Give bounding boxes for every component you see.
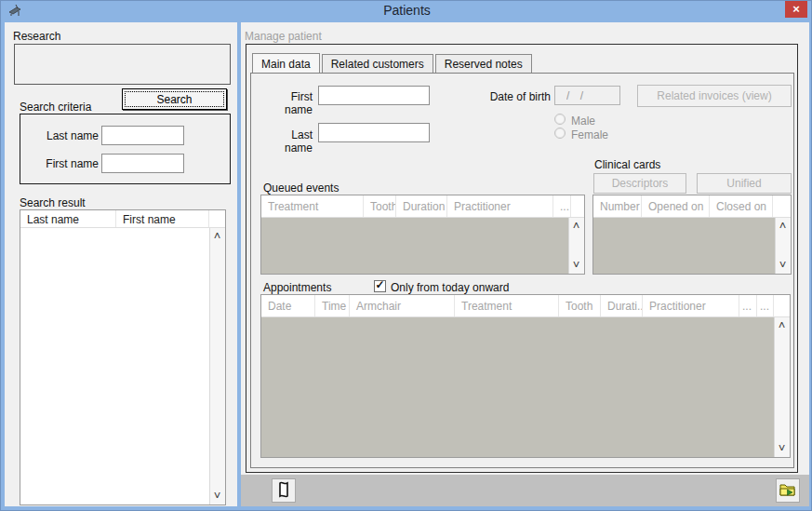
research-panel: Research Search Search criteria Last nam… <box>5 22 237 506</box>
queued-events-title: Queued events <box>263 182 339 195</box>
patients-window: Patients × Research Search Search criter… <box>0 0 812 511</box>
close-icon: × <box>792 2 800 16</box>
column-closed-on[interactable]: Closed on <box>710 195 773 217</box>
column-more-1[interactable]: ... <box>739 295 757 316</box>
manage-patient-panel: Manage patient Main data Related custome… <box>241 22 809 506</box>
column-more-2[interactable]: ... <box>757 295 774 316</box>
patient-first-name-input[interactable] <box>318 86 430 105</box>
tab-main-data[interactable]: Main data <box>252 53 320 73</box>
column-duration[interactable]: Duration <box>396 195 447 217</box>
male-label: Male <box>571 114 595 128</box>
column-last-name[interactable]: Last name <box>20 210 116 227</box>
tab-reserved-notes[interactable]: Reserved notes <box>435 54 532 73</box>
related-invoices-button[interactable]: Related invoices (view) <box>637 85 792 107</box>
search-button[interactable]: Search <box>122 88 227 110</box>
column-treatment[interactable]: Treatment <box>455 295 559 316</box>
descriptors-button[interactable]: Descriptors <box>593 173 686 194</box>
tab-bar: Main data Related customers Reserved not… <box>252 54 532 73</box>
column-armchair[interactable]: Armchair <box>350 295 455 316</box>
patient-first-name-label: First name <box>263 90 313 116</box>
column-duration[interactable]: Durati... <box>601 295 643 316</box>
column-tooth[interactable]: Tooth <box>364 195 396 217</box>
scroll-up-icon[interactable]: ˄ <box>775 319 789 332</box>
scroll-document-icon <box>276 480 291 502</box>
open-folder-button[interactable] <box>776 478 800 503</box>
scroll-up-icon[interactable]: ˄ <box>569 220 583 233</box>
female-label: Female <box>571 128 608 141</box>
queued-events-header: Treatment Tooth Duration Practitioner ..… <box>261 195 584 218</box>
column-practitioner[interactable]: Practitioner <box>643 295 739 316</box>
column-filler <box>774 295 790 316</box>
manage-patient-box: Main data Related customers Reserved not… <box>246 44 798 473</box>
search-result-list: Last name First name ˄ ˅ <box>20 209 226 505</box>
female-radio[interactable] <box>554 128 566 139</box>
search-last-name-input[interactable] <box>101 126 184 145</box>
only-today-label: Only from today onward <box>391 281 509 294</box>
clinical-cards-header: Number Opened on Closed on <box>593 195 791 218</box>
scroll-document-button[interactable] <box>272 478 296 503</box>
first-name-label: First name <box>26 157 99 170</box>
search-result-scrollbar[interactable]: ˄ ˅ <box>209 228 225 504</box>
scroll-down-icon[interactable]: ˅ <box>776 259 790 272</box>
column-more[interactable]: ... <box>553 195 571 217</box>
window-title: Patients <box>1 3 812 18</box>
search-result-header: Last name First name <box>20 210 225 228</box>
scroll-down-icon[interactable]: ˅ <box>569 259 583 272</box>
queued-events-table: Treatment Tooth Duration Practitioner ..… <box>260 195 585 275</box>
clinical-cards-table: Number Opened on Closed on ˄ ˅ <box>592 195 792 275</box>
column-time[interactable]: Time <box>315 295 350 316</box>
scroll-up-icon[interactable]: ˄ <box>210 230 224 243</box>
scroll-up-icon[interactable]: ˄ <box>776 220 790 233</box>
appointments-title: Appointments <box>263 281 331 294</box>
dob-label: Date of birth <box>484 90 551 103</box>
column-filler <box>571 195 584 217</box>
column-first-name[interactable]: First name <box>116 210 209 227</box>
column-date[interactable]: Date <box>261 295 315 316</box>
research-title: Research <box>13 30 60 43</box>
check-icon: ✓ <box>375 278 385 291</box>
tab-related-customers[interactable]: Related customers <box>322 54 433 73</box>
column-treatment[interactable]: Treatment <box>261 195 364 217</box>
search-criteria-box: Last name First name <box>20 114 231 184</box>
search-first-name-input[interactable] <box>101 154 184 173</box>
column-filler <box>209 210 225 227</box>
bottom-toolbar <box>241 475 809 506</box>
column-opened-on[interactable]: Opened on <box>642 195 710 217</box>
column-tooth[interactable]: Tooth <box>559 295 601 316</box>
main-data-tab-content: First name Date of birth Related invoice… <box>250 73 794 468</box>
scroll-down-icon[interactable]: ˅ <box>210 490 224 503</box>
search-criteria-title: Search criteria <box>20 101 91 114</box>
dob-input[interactable] <box>554 86 620 105</box>
column-filler <box>773 195 791 217</box>
research-toolbar-frame <box>14 44 231 85</box>
clinical-cards-scrollbar[interactable]: ˄ ˅ <box>775 218 791 274</box>
search-result-title: Search result <box>20 196 86 209</box>
manage-patient-title: Manage patient <box>245 30 322 43</box>
close-button[interactable]: × <box>785 1 807 18</box>
folder-icon <box>779 482 796 500</box>
clinical-cards-title: Clinical cards <box>594 158 660 171</box>
column-number[interactable]: Number <box>593 195 642 217</box>
only-today-checkbox[interactable]: ✓ <box>374 280 386 292</box>
male-radio[interactable] <box>554 114 566 125</box>
appointments-header: Date Time Armchair Treatment Tooth Durat… <box>261 295 790 317</box>
column-practitioner[interactable]: Practitioner <box>447 195 553 217</box>
last-name-label: Last name <box>26 129 99 142</box>
queued-events-scrollbar[interactable]: ˄ ˅ <box>568 218 584 274</box>
scroll-down-icon[interactable]: ˅ <box>775 442 789 455</box>
appointments-table: Date Time Armchair Treatment Tooth Durat… <box>260 294 791 458</box>
unified-button[interactable]: Unified <box>697 173 792 194</box>
patient-last-name-input[interactable] <box>318 123 430 142</box>
appointments-scrollbar[interactable]: ˄ ˅ <box>774 317 790 457</box>
titlebar[interactable]: Patients × <box>1 1 812 21</box>
patient-last-name-label: Last name <box>263 128 313 155</box>
